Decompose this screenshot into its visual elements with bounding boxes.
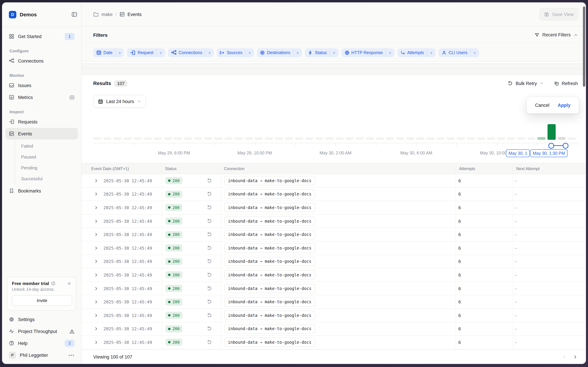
filter-chip-status[interactable]: Status+ (305, 48, 338, 57)
connection-pill[interactable]: inbound-data→make-to-google-docs (224, 338, 315, 347)
connection-pill[interactable]: inbound-data→make-to-google-docs (224, 230, 315, 239)
range-start-box[interactable]: May 30, 1 (506, 149, 530, 157)
table-row[interactable]: 2025-05-30 12:45:49200inbound-data→make-… (82, 336, 586, 349)
expand-row-button[interactable] (94, 322, 98, 335)
workspace-name[interactable]: Demos (20, 12, 71, 17)
filter-chip-connections[interactable]: Connections+ (168, 48, 214, 57)
filter-chip-attempts[interactable]: Attempts+ (397, 48, 436, 57)
breadcrumb-project[interactable]: make (101, 12, 113, 17)
expand-row-button[interactable] (94, 215, 98, 228)
expand-row-button[interactable] (94, 295, 98, 309)
add-filter-button[interactable]: + (386, 48, 394, 57)
sidebar-item-get-started[interactable]: Get Started 1 (5, 31, 78, 42)
invite-button[interactable]: Invite (12, 295, 72, 306)
expand-row-button[interactable] (94, 242, 98, 255)
expand-row-button[interactable] (94, 201, 98, 214)
connection-pill[interactable]: inbound-data→make-to-google-docs (224, 297, 315, 307)
close-icon[interactable] (67, 281, 71, 286)
expand-row-button[interactable] (94, 228, 98, 241)
table-row[interactable]: 2025-05-30 12:45:49200inbound-data→make-… (82, 201, 586, 215)
sidebar-item-paused[interactable]: Paused (15, 151, 81, 162)
table-row[interactable]: 2025-05-30 12:45:49200inbound-data→make-… (82, 322, 586, 336)
next-page-button[interactable] (570, 352, 580, 362)
connection-pill[interactable]: inbound-data→make-to-google-docs (224, 203, 315, 212)
filter-chip-http-response[interactable]: HTTP Response+ (342, 48, 394, 57)
collapse-sidebar-icon[interactable] (71, 12, 77, 17)
retry-event-button[interactable] (207, 295, 212, 309)
time-range-dropdown[interactable]: Last 24 hours (93, 95, 146, 108)
table-row[interactable]: 2025-05-30 12:45:49200inbound-data→make-… (82, 255, 586, 268)
retry-event-button[interactable] (207, 188, 212, 201)
filter-chip-date[interactable]: Date+ (93, 48, 124, 57)
sidebar-item-metrics[interactable]: Metrics (5, 92, 78, 103)
sidebar-item-failed[interactable]: Failed (15, 141, 81, 151)
add-filter-button[interactable]: + (470, 48, 479, 57)
add-filter-button[interactable]: + (330, 48, 338, 57)
recent-filters-button[interactable]: Recent Filters (534, 32, 578, 37)
table-row[interactable]: 2025-05-30 12:45:49200inbound-data→make-… (82, 242, 586, 255)
retry-event-button[interactable] (207, 282, 212, 295)
table-row[interactable]: 2025-05-30 12:45:49200inbound-data→make-… (82, 295, 586, 309)
connection-pill[interactable]: inbound-data→make-to-google-docs (224, 190, 315, 199)
connection-pill[interactable]: inbound-data→make-to-google-docs (224, 324, 315, 334)
ellipsis-icon[interactable]: ••• (68, 352, 75, 358)
vertical-scrollbar[interactable] (583, 7, 585, 87)
range-handle-start[interactable] (548, 143, 554, 149)
range-end-box[interactable]: May 30, 1:30 PM (530, 149, 568, 157)
table-row[interactable]: 2025-05-30 12:45:49200inbound-data→make-… (82, 282, 586, 295)
sidebar-item-bookmarks[interactable]: Bookmarks (5, 185, 78, 197)
filter-chip-cli-users[interactable]: CLI Users+ (439, 48, 479, 57)
connection-pill[interactable]: inbound-data→make-to-google-docs (224, 270, 315, 280)
bulk-retry-button[interactable]: Bulk Retry (508, 81, 544, 86)
connection-pill[interactable]: inbound-data→make-to-google-docs (224, 284, 315, 293)
prev-page-button[interactable] (559, 352, 569, 362)
retry-event-button[interactable] (207, 309, 212, 322)
retry-event-button[interactable] (207, 242, 212, 255)
sidebar-item-events[interactable]: Events (5, 128, 78, 140)
refresh-button[interactable]: Refresh (554, 81, 578, 86)
table-row[interactable]: 2025-05-30 12:45:49200inbound-data→make-… (82, 215, 586, 228)
sidebar-item-pending[interactable]: Pending (15, 162, 81, 173)
expand-row-button[interactable] (94, 255, 98, 268)
sidebar-item-requests[interactable]: Requests (5, 116, 78, 127)
connection-pill[interactable]: inbound-data→make-to-google-docs (224, 217, 315, 226)
table-row[interactable]: 2025-05-30 12:45:49200inbound-data→make-… (82, 268, 586, 282)
sidebar-item-help[interactable]: Help 2 (5, 337, 78, 349)
table-row[interactable]: 2025-05-30 12:45:49200inbound-data→make-… (82, 188, 586, 201)
retry-event-button[interactable] (207, 268, 212, 282)
info-icon[interactable] (51, 281, 55, 286)
panel-plus-icon[interactable] (69, 95, 75, 100)
expand-row-button[interactable] (94, 336, 98, 349)
table-row[interactable]: 2025-05-30 12:45:49200inbound-data→make-… (82, 174, 586, 188)
retry-event-button[interactable] (207, 174, 212, 187)
table-row[interactable]: 2025-05-30 12:45:49200inbound-data→make-… (82, 228, 586, 242)
expand-row-button[interactable] (94, 309, 98, 322)
connection-pill[interactable]: inbound-data→make-to-google-docs (224, 257, 315, 266)
filter-chip-destinations[interactable]: Destinations+ (257, 48, 302, 57)
user-menu[interactable]: P Phil Leggetter ••• (5, 349, 78, 361)
connection-pill[interactable]: inbound-data→make-to-google-docs (224, 311, 315, 320)
add-filter-button[interactable]: + (157, 48, 165, 57)
save-view-button[interactable]: Save View (539, 8, 579, 20)
retry-event-button[interactable] (207, 201, 212, 214)
sidebar-item-successful[interactable]: Successful (15, 173, 81, 184)
filter-chip-sources[interactable]: Sources+ (217, 48, 254, 57)
range-handle-end[interactable] (563, 143, 569, 149)
expand-row-button[interactable] (94, 174, 98, 187)
sidebar-item-project-throughput[interactable]: Project Throughput (5, 325, 78, 337)
retry-event-button[interactable] (207, 215, 212, 228)
cancel-button[interactable]: Cancel (535, 102, 549, 108)
add-filter-button[interactable]: + (293, 48, 302, 57)
retry-event-button[interactable] (207, 228, 212, 241)
add-filter-button[interactable]: + (245, 48, 254, 57)
retry-event-button[interactable] (207, 255, 212, 268)
apply-button[interactable]: Apply (558, 102, 571, 108)
sidebar-item-settings[interactable]: Settings (5, 314, 78, 325)
sidebar-item-connections[interactable]: Connections (5, 55, 78, 67)
expand-row-button[interactable] (94, 282, 98, 295)
add-filter-button[interactable]: + (205, 48, 214, 57)
retry-event-button[interactable] (207, 336, 212, 349)
connection-pill[interactable]: inbound-data→make-to-google-docs (224, 176, 315, 185)
add-filter-button[interactable]: + (427, 48, 436, 57)
table-row[interactable]: 2025-05-30 12:45:49200inbound-data→make-… (82, 309, 586, 322)
